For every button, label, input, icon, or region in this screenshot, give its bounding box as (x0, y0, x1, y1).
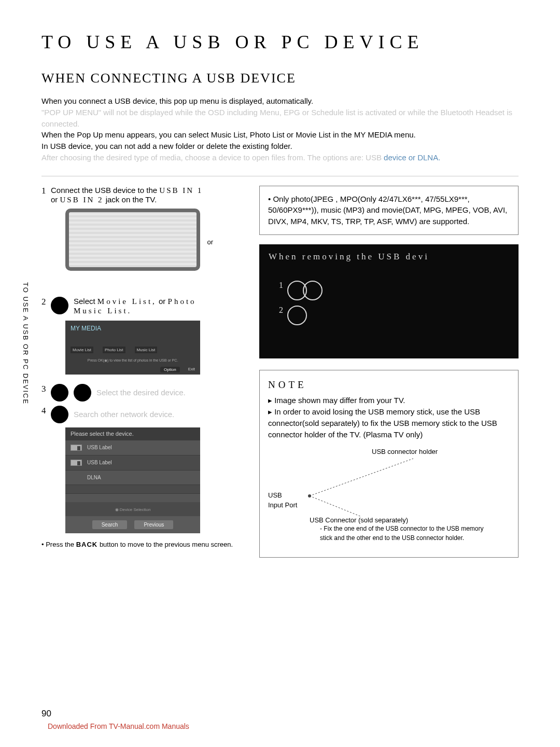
dark-step-1: 1 (279, 281, 285, 289)
back-note-a: • Press the (41, 541, 76, 548)
device-row-dlna[interactable]: DLNA (65, 470, 200, 485)
circle-icon (303, 281, 323, 300)
remote-btn-icon (51, 406, 68, 423)
divider (41, 176, 519, 176)
mymedia-exit-btn[interactable]: Exit (188, 367, 195, 372)
intro-line-5b: device or DLNA. (384, 153, 440, 162)
right-column: • Only photo(JPEG , MPO(Only 42/47LX6***… (259, 186, 519, 558)
note-box: NOTE ▸ Image shown may differ from your … (259, 370, 519, 558)
step-1-bold1: USB IN 1 (159, 186, 203, 195)
back-note-b: button to move to the previous menu scre… (97, 541, 233, 548)
side-label: TO USE A USB OR PC DEVICE (22, 282, 30, 405)
removing-usb-box: When removing the USB devi 1 2 (259, 244, 519, 358)
mymedia-option-btn[interactable]: Option (160, 367, 180, 372)
device-row-usb1[interactable]: USB Label (65, 440, 200, 455)
tv-illustration: or (65, 209, 200, 271)
usb-diagram: USB connector holder USB Input Port USB … (268, 444, 510, 548)
step-num-1: 1 (41, 186, 47, 196)
svg-line-0 (310, 459, 413, 496)
device-row-label: USB Label (87, 460, 112, 465)
device-panel-head: Please select the device. (65, 427, 200, 440)
mymedia-music[interactable]: Music List (135, 347, 158, 353)
step-1-text-b: or (51, 195, 60, 204)
remote-btn-icon (51, 384, 68, 402)
device-row-empty (65, 485, 200, 493)
page-number: 90 (41, 709, 51, 719)
note-bullet-1: ▸ Image shown may differ from your TV. (268, 395, 510, 406)
label-port: USB Input Port (268, 491, 297, 510)
step-2-opt2: Photo (168, 297, 197, 306)
step-num-3: 3 (41, 384, 47, 394)
step-1-text-c: jack on the TV. (104, 195, 157, 204)
intro-line-4: In USB device, you can not add a new fol… (41, 141, 519, 152)
usb-icon (71, 460, 82, 466)
device-row-label: USB Label (87, 445, 112, 450)
step-1-text-a: Connect the USB device to the (51, 186, 159, 195)
svg-line-2 (310, 496, 361, 517)
dark-step-2: 2 (279, 306, 285, 314)
remote-btn-icon (74, 384, 91, 402)
usb-icon (71, 445, 82, 451)
step-3: 3 Select the desired device. (41, 384, 244, 402)
label-holder: USB connector holder (372, 447, 438, 457)
step-2-opt1: Movie List, (97, 297, 157, 306)
step-2-opt3: Music List. (74, 307, 132, 315)
step-num-2: 2 (41, 297, 47, 307)
back-note-bold: BACK (76, 541, 98, 548)
step-2-text: Select (74, 297, 97, 306)
circle-icon (287, 306, 307, 325)
intro-line-2: "POP UP MENU" will not be displayed whil… (41, 107, 519, 130)
intro-line-5a: After choosing the desired type of media… (41, 153, 384, 162)
mymedia-movie[interactable]: Movie List (71, 347, 93, 353)
download-footer: Downloaded From TV-Manual.com Manuals (48, 722, 189, 730)
step-2: 2 Select Movie List, or Photo Music List… (41, 297, 244, 315)
intro-line-1: When you connect a USB device, this pop … (41, 95, 519, 107)
mymedia-photo[interactable]: Photo List (103, 347, 125, 353)
search-button[interactable]: Search (92, 520, 128, 529)
back-note: • Press the BACK button to move to the p… (41, 541, 244, 548)
device-select-panel: Please select the device. USB Label USB … (65, 427, 200, 533)
intro-block: When you connect a USB device, this pop … (41, 95, 519, 163)
mymedia-panel: MY MEDIA Movie List Photo List Music Lis… (65, 321, 200, 375)
step-num-4: 4 (41, 406, 47, 416)
step-4: 4 Search other network device. (41, 406, 244, 423)
step-1: 1 Connect the USB device to the USB IN 1… (41, 186, 244, 204)
intro-line-3: When the Pop Up menu appears, you can se… (41, 129, 519, 141)
or-label: or (207, 238, 213, 246)
previous-button[interactable]: Previous (134, 520, 173, 529)
remote-btn-icon (51, 297, 68, 314)
supported-formats-box: • Only photo(JPEG , MPO(Only 42/47LX6***… (259, 186, 519, 235)
mymedia-hint: Press OK(◉) to view the list of photos i… (71, 358, 195, 363)
left-column: 1 Connect the USB device to the USB IN 1… (41, 186, 244, 558)
step-3-text: Select the desired device. (96, 384, 186, 397)
device-row-usb2[interactable]: USB Label (65, 455, 200, 470)
section-subtitle: WHEN CONNECTING A USB DEVICE (41, 71, 519, 86)
step-2-mid: or (159, 297, 168, 306)
step-1-bold2: USB IN 2 (60, 196, 104, 204)
removing-usb-title: When removing the USB devi (269, 252, 509, 262)
device-row-empty (65, 493, 200, 502)
mymedia-title: MY MEDIA (71, 325, 195, 332)
step-4-text: Search other network device. (74, 406, 174, 419)
note-bullet-2: ▸ In order to avoid losing the USB memor… (268, 406, 510, 440)
connector-note: - Fix the one end of the USB connector t… (320, 524, 496, 543)
note-title: NOTE (268, 378, 510, 392)
device-row-label: DLNA (87, 475, 101, 480)
page-title: TO USE A USB OR PC DEVICE (41, 31, 519, 53)
device-hint: ◉ Device Selection (65, 502, 200, 516)
